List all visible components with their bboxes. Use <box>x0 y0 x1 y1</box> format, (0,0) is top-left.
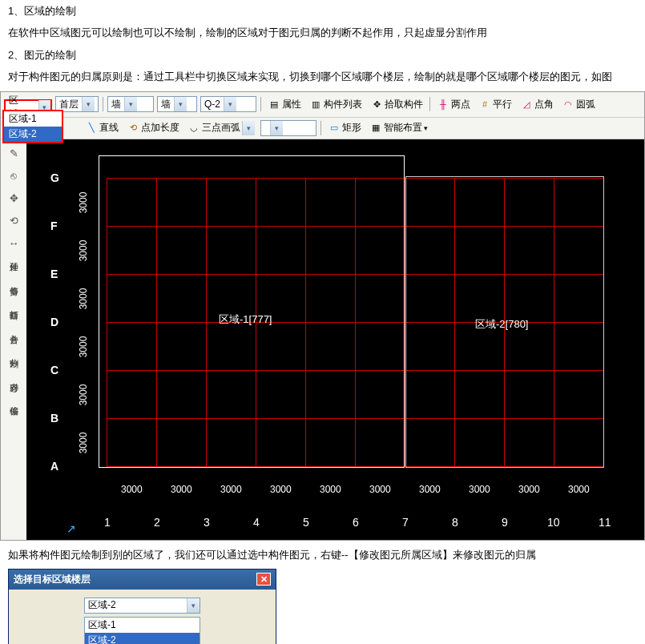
drawing-canvas[interactable]: G F E D C B A 3000 3000 3000 3000 3000 3… <box>26 139 644 540</box>
x-label-11: 11 <box>599 516 611 529</box>
tool-move[interactable]: ✥ <box>4 189 23 208</box>
ucs-icon: ↗ <box>67 522 76 535</box>
dialog-titlebar: 选择目标区域楼层 ✕ <box>9 570 276 590</box>
x-label-3: 3 <box>204 516 210 529</box>
threearc-button[interactable]: ◡三点画弧▾ <box>184 119 258 137</box>
side-toolbar: ✎ ⎋ ✥ ⟲ ↔ 延伸 ⫞ 修剪 ⊹ 打断 ⧉ 合并 ⟊ 分割 ↤ 对齐 ◎ … <box>1 139 26 540</box>
doc-para-1: 1、区域的绘制 <box>0 0 645 22</box>
tool-break[interactable]: ⊹ <box>4 282 23 301</box>
angle-icon: ◿ <box>520 98 533 111</box>
smart-button[interactable]: ▦智能布置▾ <box>366 119 431 136</box>
xdim-10: 3000 <box>568 484 590 495</box>
y-label-C: C <box>50 364 58 376</box>
xdim-4: 3000 <box>270 484 292 495</box>
chevron-down-icon: ▾ <box>242 121 255 135</box>
ydim-6: 3000 <box>78 432 89 453</box>
list-icon: ▥ <box>309 98 322 111</box>
smart-icon: ▦ <box>369 122 382 135</box>
ydim-3: 3000 <box>78 288 89 309</box>
chevron-down-icon: ▾ <box>270 121 283 135</box>
xdim-7: 3000 <box>419 484 441 495</box>
tool-split[interactable]: ⟊ <box>4 330 23 349</box>
line-button[interactable]: ╲直线 <box>82 119 122 136</box>
tool-rotate[interactable]: ⟲ <box>4 211 23 231</box>
region-option-2[interactable]: 区域-2 <box>4 127 62 142</box>
y-label-F: F <box>50 219 58 232</box>
x-label-5: 5 <box>303 516 309 529</box>
canvas-area: ✎ ⎋ ✥ ⟲ ↔ 延伸 ⫞ 修剪 ⊹ 打断 ⧉ 合并 ⟊ 分割 ↤ 对齐 ◎ … <box>1 139 644 540</box>
chevron-down-icon: ▾ <box>124 97 137 111</box>
cad-window: 区域-1 ▾ 区域-1 区域-2 首层 ▾ 墙 ▾ 墙 ▾ Q-2 ▾ ▤属性 … <box>0 91 645 541</box>
item-combo[interactable]: Q-2 ▾ <box>200 96 256 112</box>
doc-para-3: 2、图元的绘制 <box>0 44 645 66</box>
tool-brush[interactable]: ✎ <box>4 144 23 163</box>
attr-button[interactable]: ▤属性 <box>264 96 304 113</box>
ydim-4: 3000 <box>78 336 89 357</box>
xdim-8: 3000 <box>469 484 490 495</box>
y-label-E: E <box>50 268 58 280</box>
category2-combo[interactable]: 墙 ▾ <box>157 96 197 112</box>
pick-button[interactable]: ✥拾取构件 <box>367 96 426 113</box>
dialog-title-text: 选择目标区域楼层 <box>14 573 91 586</box>
ydim-2: 3000 <box>78 239 89 261</box>
arc-icon: ◠ <box>562 98 574 111</box>
x-label-1: 1 <box>104 516 111 529</box>
ydim-1: 3000 <box>78 191 89 213</box>
tool-offset[interactable]: ◎ <box>4 378 23 397</box>
ptlen-icon: ⟲ <box>127 122 139 135</box>
xdim-2: 3000 <box>171 484 192 495</box>
properties-icon: ▤ <box>268 98 280 111</box>
list-button[interactable]: ▥构件列表 <box>306 96 365 113</box>
rect-button[interactable]: ▭矩形 <box>325 119 365 136</box>
toolbar-2: ╲直线 ⟲点加长度 ◡三点画弧▾ ▾ ▭矩形 ▦智能布置▾ <box>1 118 644 139</box>
toolbar-1: 区域-1 ▾ 区域-1 区域-2 首层 ▾ 墙 ▾ 墙 ▾ Q-2 ▾ ▤属性 … <box>1 92 644 118</box>
y-label-D: D <box>50 316 58 328</box>
x-label-2: 2 <box>154 516 160 529</box>
ptangle-button[interactable]: ◿点角 <box>517 96 557 113</box>
dialog-region-listbox[interactable]: 区域-1 区域-2 <box>84 617 200 644</box>
tool-trim[interactable]: ⫞ <box>4 258 23 277</box>
xdim-3: 3000 <box>220 484 242 495</box>
threearc-icon: ◡ <box>187 122 200 135</box>
empty-combo[interactable]: ▾ <box>260 120 316 136</box>
list-item-region1[interactable]: 区域-1 <box>85 618 200 633</box>
x-label-10: 10 <box>547 516 560 529</box>
picker-icon: ✥ <box>370 98 383 111</box>
y-label-A: A <box>50 460 58 473</box>
region-dropdown: 区域-1 区域-2 <box>2 110 63 143</box>
chevron-down-icon: ▾ <box>187 598 200 613</box>
region-1-label: 区域-1[777] <box>219 312 272 327</box>
close-icon[interactable]: ✕ <box>256 573 271 586</box>
tool-align[interactable]: ↤ <box>4 354 23 373</box>
ptlen-button[interactable]: ⟲点加长度 <box>123 119 183 136</box>
region-2-label: 区域-2[780] <box>475 317 528 332</box>
y-label-B: B <box>50 412 58 425</box>
tool-merge[interactable]: ⧉ <box>4 306 23 325</box>
region-option-1[interactable]: 区域-1 <box>4 111 62 127</box>
chevron-down-icon: ▾ <box>174 97 187 111</box>
xdim-5: 3000 <box>320 484 341 495</box>
x-label-7: 7 <box>402 516 409 529</box>
doc-para-5: 如果将构件图元绘制到别的区域了，我们还可以通过选中构件图元，右键--【修改图元所… <box>0 544 645 566</box>
list-item-region2[interactable]: 区域-2 <box>85 633 200 644</box>
y-label-G: G <box>50 171 59 184</box>
tool-extend[interactable]: ↔ <box>4 234 23 253</box>
arc-button[interactable]: ◠圆弧 <box>558 96 599 113</box>
x-label-4: 4 <box>253 516 260 529</box>
twopt-button[interactable]: ╫两点 <box>433 96 474 113</box>
select-region-dialog: 选择目标区域楼层 ✕ 区域-2 ▾ 区域-1 区域-2 <box>8 569 276 644</box>
chevron-down-icon: ▾ <box>82 97 95 111</box>
x-label-6: 6 <box>353 516 359 529</box>
tool-dropper[interactable]: ⎋ <box>4 167 23 186</box>
category1-combo[interactable]: 墙 ▾ <box>107 96 154 112</box>
dialog-region-combo[interactable]: 区域-2 ▾ <box>84 598 200 614</box>
parallel-button[interactable]: #平行 <box>475 96 515 113</box>
doc-para-2: 在软件中区域图元可以绘制也可以不绘制，绘制的区域对于图元归属的判断不起作用，只起… <box>0 22 645 43</box>
x-label-9: 9 <box>502 516 508 529</box>
rect-icon: ▭ <box>328 122 341 135</box>
chevron-down-icon: ▾ <box>224 97 236 111</box>
xdim-9: 3000 <box>518 484 540 495</box>
doc-para-4: 对于构件图元的归属原则是：通过工具栏中切换区域来实现，切换到哪个区域哪个楼层，绘… <box>0 66 645 87</box>
x-label-8: 8 <box>452 516 458 529</box>
region-1-box <box>99 155 405 468</box>
